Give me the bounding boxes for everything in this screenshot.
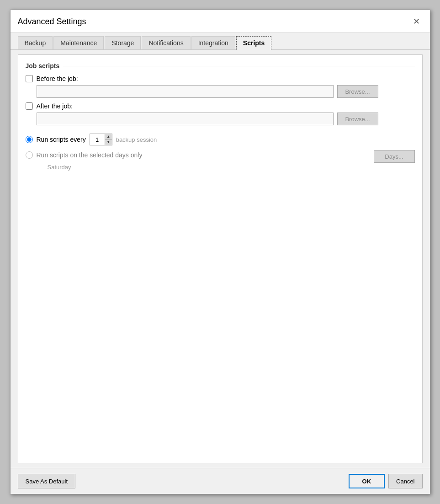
tabs-bar: Backup Maintenance Storage Notifications… xyxy=(11,32,430,50)
dialog-window: Advanced Settings ✕ Backup Maintenance S… xyxy=(10,10,430,494)
run-every-radio-row: Run scripts every ▲ ▼ backup session xyxy=(26,134,415,145)
after-browse-button[interactable]: Browse... xyxy=(337,113,378,125)
run-days-radio-row: Run scripts on the selected days only xyxy=(26,151,143,159)
before-job-input-row: Browse... xyxy=(26,85,415,98)
run-days-row: Run scripts on the selected days only Da… xyxy=(26,150,415,163)
run-days-label: Run scripts on the selected days only xyxy=(37,151,143,159)
tab-backup[interactable]: Backup xyxy=(18,36,53,50)
ok-button[interactable]: OK xyxy=(349,474,385,488)
before-job-label: Before the job: xyxy=(37,75,78,82)
after-job-label: After the job: xyxy=(37,102,73,110)
cancel-button[interactable]: Cancel xyxy=(388,474,422,488)
before-job-input[interactable] xyxy=(37,85,334,98)
backup-session-label: backup session xyxy=(116,136,157,143)
close-button[interactable]: ✕ xyxy=(410,16,423,27)
before-browse-button[interactable]: Browse... xyxy=(337,85,378,98)
tab-integration[interactable]: Integration xyxy=(191,36,235,50)
run-every-radio[interactable] xyxy=(26,136,33,143)
after-job-input-row: Browse... xyxy=(26,113,415,125)
days-button[interactable]: Days... xyxy=(374,150,415,163)
tab-scripts[interactable]: Scripts xyxy=(236,36,271,50)
saturday-label: Saturday xyxy=(26,164,415,171)
spinner-wrapper: ▲ ▼ xyxy=(90,134,112,145)
run-every-label: Run scripts every xyxy=(37,136,86,143)
after-job-checkbox-row: After the job: xyxy=(26,102,415,110)
bottom-right-buttons: OK Cancel xyxy=(349,474,423,488)
tab-storage[interactable]: Storage xyxy=(105,36,141,50)
tab-notifications[interactable]: Notifications xyxy=(142,36,190,50)
run-days-radio[interactable] xyxy=(26,151,33,159)
job-scripts-group: Job scripts Before the job: Browse... Af… xyxy=(26,62,415,171)
spinner-buttons: ▲ ▼ xyxy=(105,134,112,145)
spinner-up-button[interactable]: ▲ xyxy=(105,134,112,140)
spinner-down-button[interactable]: ▼ xyxy=(105,140,112,145)
before-job-checkbox[interactable] xyxy=(26,75,33,82)
content-area: Job scripts Before the job: Browse... Af… xyxy=(18,54,423,463)
bottom-bar: Save As Default OK Cancel xyxy=(11,468,430,494)
after-job-input[interactable] xyxy=(37,113,334,125)
spinner-input[interactable] xyxy=(90,134,105,145)
save-as-default-button[interactable]: Save As Default xyxy=(18,474,76,488)
title-bar: Advanced Settings ✕ xyxy=(11,10,430,32)
tab-maintenance[interactable]: Maintenance xyxy=(53,36,104,50)
after-job-checkbox[interactable] xyxy=(26,102,33,110)
dialog-title: Advanced Settings xyxy=(18,17,86,27)
group-box-title: Job scripts xyxy=(26,62,415,70)
before-job-checkbox-row: Before the job: xyxy=(26,75,415,82)
